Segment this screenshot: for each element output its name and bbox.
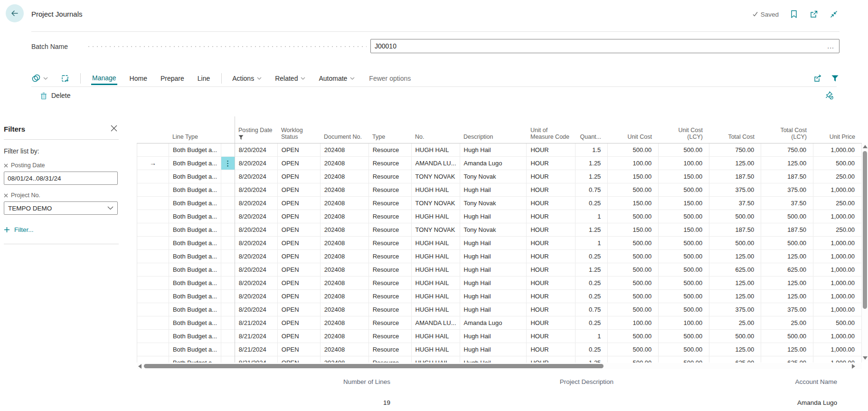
column-header-posting-date[interactable]: Posting Date bbox=[235, 116, 277, 143]
cell-line-type[interactable]: Both Budget a... bbox=[169, 330, 221, 343]
cell-uom-code[interactable]: HOUR bbox=[527, 157, 576, 170]
cell-no[interactable]: HUGH HAIL bbox=[412, 277, 460, 289]
cell-worklog-status[interactable]: OPEN bbox=[278, 197, 321, 210]
cell-posting-date[interactable]: 8/20/2024 bbox=[235, 277, 278, 289]
cell-no[interactable]: AMANDA LU... bbox=[412, 157, 460, 170]
cell-no[interactable]: HUGH HAIL bbox=[412, 210, 460, 223]
cell-unit-price[interactable]: 500.00 bbox=[813, 316, 862, 329]
scroll-up-arrow[interactable] bbox=[863, 145, 868, 148]
cell-ind[interactable] bbox=[137, 250, 169, 263]
cell-total-cost-lcy[interactable]: 125.00 bbox=[761, 250, 813, 263]
cell-quantity[interactable]: 0.25 bbox=[576, 197, 608, 210]
cell-menu[interactable] bbox=[221, 356, 235, 363]
cell-description[interactable]: Tony Novak bbox=[460, 223, 527, 236]
cell-type[interactable]: Resource bbox=[369, 316, 412, 329]
cell-type[interactable]: Resource bbox=[369, 303, 412, 316]
cell-uom-code[interactable]: HOUR bbox=[527, 170, 576, 183]
cell-unit-cost-lcy[interactable]: 150.00 bbox=[659, 170, 709, 183]
cell-ind[interactable] bbox=[137, 183, 169, 196]
cell-ind[interactable] bbox=[137, 343, 169, 356]
cell-menu[interactable] bbox=[221, 223, 235, 236]
cell-document-no[interactable]: 202408 bbox=[321, 210, 369, 223]
cell-menu[interactable] bbox=[221, 143, 235, 156]
cell-posting-date[interactable]: 8/21/2024 bbox=[235, 330, 278, 343]
cell-total-cost[interactable]: 500.00 bbox=[709, 237, 761, 249]
cell-type[interactable]: Resource bbox=[369, 290, 412, 303]
cell-worklog-status[interactable]: OPEN bbox=[278, 263, 321, 276]
project-no-filter-select[interactable]: TEMPO DEMO bbox=[4, 201, 118, 215]
cell-unit-price[interactable]: 1,000.00 bbox=[813, 356, 862, 363]
cell-total-cost[interactable]: 125.00 bbox=[709, 277, 761, 289]
cell-quantity[interactable]: 1.25 bbox=[576, 223, 608, 236]
cell-document-no[interactable]: 202408 bbox=[321, 277, 369, 289]
cell-menu[interactable] bbox=[221, 277, 235, 289]
cell-unit-price[interactable]: 250.00 bbox=[813, 223, 862, 236]
cell-ind[interactable] bbox=[137, 197, 169, 210]
scroll-down-arrow[interactable] bbox=[863, 356, 868, 360]
cell-total-cost[interactable]: 125.00 bbox=[709, 157, 761, 170]
column-header-document-no[interactable]: Document No. bbox=[320, 116, 368, 143]
cell-unit-cost[interactable]: 500.00 bbox=[608, 143, 659, 156]
cell-uom-code[interactable]: HOUR bbox=[527, 197, 576, 210]
cell-menu[interactable] bbox=[221, 197, 235, 210]
cell-uom-code[interactable]: HOUR bbox=[527, 290, 576, 303]
cell-unit-cost-lcy[interactable]: 500.00 bbox=[659, 237, 709, 249]
column-header-quantity[interactable]: Quant... bbox=[576, 116, 608, 143]
add-filter-button[interactable]: Filter... bbox=[4, 226, 119, 233]
cell-no[interactable]: HUGH HAIL bbox=[412, 330, 460, 343]
cell-unit-price[interactable]: 1,000.00 bbox=[813, 330, 862, 343]
column-header-worklog-status[interactable]: Worklog Status bbox=[277, 116, 320, 143]
menu-actions[interactable]: Actions bbox=[232, 75, 262, 82]
cell-quantity[interactable]: 1 bbox=[576, 237, 608, 249]
cell-uom-code[interactable]: HOUR bbox=[527, 277, 576, 289]
cell-no[interactable]: HUGH HAIL bbox=[412, 237, 460, 249]
cell-line-type[interactable]: Both Budget a... bbox=[169, 157, 221, 170]
cell-uom-code[interactable]: HOUR bbox=[527, 303, 576, 316]
cell-unit-cost[interactable]: 500.00 bbox=[608, 290, 659, 303]
cell-worklog-status[interactable]: OPEN bbox=[278, 250, 321, 263]
cell-quantity[interactable]: 1.25 bbox=[576, 157, 608, 170]
cell-quantity[interactable]: 0.25 bbox=[576, 316, 608, 329]
cell-unit-cost-lcy[interactable]: 500.00 bbox=[659, 143, 709, 156]
cell-line-type[interactable]: Both Budget a... bbox=[169, 356, 221, 363]
cell-quantity[interactable]: 1 bbox=[576, 210, 608, 223]
cell-menu[interactable] bbox=[221, 170, 235, 183]
cell-quantity[interactable]: 1.5 bbox=[576, 143, 608, 156]
cell-unit-cost[interactable]: 500.00 bbox=[608, 356, 659, 363]
cell-no[interactable]: HUGH HAIL bbox=[412, 303, 460, 316]
cell-menu[interactable] bbox=[221, 210, 235, 223]
cell-description[interactable]: Hugh Hail bbox=[460, 277, 527, 289]
cell-line-type[interactable]: Both Budget a... bbox=[169, 277, 221, 289]
cell-description[interactable]: Hugh Hail bbox=[460, 263, 527, 276]
cell-no[interactable]: HUGH HAIL bbox=[412, 143, 460, 156]
cell-uom-code[interactable]: HOUR bbox=[527, 237, 576, 249]
column-header-unit-price[interactable]: Unit Price bbox=[813, 116, 862, 143]
cell-uom-code[interactable]: HOUR bbox=[527, 330, 576, 343]
cell-line-type[interactable]: Both Budget a... bbox=[169, 343, 221, 356]
cell-total-cost-lcy[interactable]: 125.00 bbox=[761, 157, 813, 170]
cell-posting-date[interactable]: 8/21/2024 bbox=[235, 343, 278, 356]
batch-name-field[interactable]: ... bbox=[370, 39, 840, 53]
cell-line-type[interactable]: Both Budget a... bbox=[169, 250, 221, 263]
filter-icon[interactable] bbox=[830, 74, 840, 83]
cell-type[interactable]: Resource bbox=[369, 210, 412, 223]
cell-menu[interactable] bbox=[221, 250, 235, 263]
cell-description[interactable]: Hugh Hail bbox=[460, 290, 527, 303]
remove-filter-icon[interactable] bbox=[4, 193, 8, 198]
cell-worklog-status[interactable]: OPEN bbox=[278, 237, 321, 249]
collapse-icon[interactable] bbox=[829, 10, 839, 19]
cell-unit-price[interactable]: 250.00 bbox=[813, 197, 862, 210]
cell-document-no[interactable]: 202408 bbox=[321, 183, 369, 196]
analyze-icon[interactable] bbox=[31, 74, 41, 83]
cell-total-cost-lcy[interactable]: 375.00 bbox=[761, 303, 813, 316]
cell-no[interactable]: TONY NOVAK bbox=[412, 223, 460, 236]
cell-quantity[interactable]: 1 bbox=[576, 330, 608, 343]
cell-description[interactable]: Hugh Hail bbox=[460, 237, 527, 249]
scroll-right-arrow[interactable] bbox=[852, 364, 855, 369]
cell-line-type[interactable]: Both Budget a... bbox=[169, 170, 221, 183]
cell-no[interactable]: HUGH HAIL bbox=[412, 183, 460, 196]
cell-total-cost[interactable]: 125.00 bbox=[709, 250, 761, 263]
cell-unit-cost-lcy[interactable]: 100.00 bbox=[659, 157, 709, 170]
cell-no[interactable]: HUGH HAIL bbox=[412, 250, 460, 263]
cell-quantity[interactable]: 0.25 bbox=[576, 290, 608, 303]
